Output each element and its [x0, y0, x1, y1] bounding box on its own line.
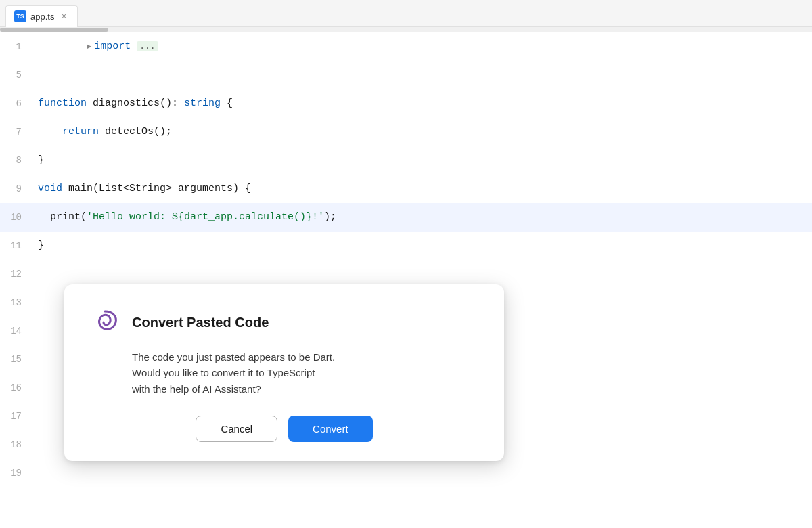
- code-line-1: 1 ▶import ...: [0, 32, 812, 61]
- code-line-11: 11 }: [0, 232, 812, 260]
- line-number: 14: [0, 317, 32, 345]
- cancel-button[interactable]: Cancel: [196, 416, 277, 442]
- tab-app-ts[interactable]: TS app.ts ×: [5, 5, 78, 27]
- code-text: {: [221, 97, 233, 109]
- line-number: 16: [0, 374, 32, 402]
- code-text: print(: [50, 211, 87, 223]
- line-content: function diagnostics(): string {: [32, 89, 812, 118]
- type-keyword: string: [184, 97, 221, 109]
- line-number: 17: [0, 402, 32, 431]
- line-number: 11: [0, 232, 32, 260]
- line-number: 6: [0, 89, 32, 118]
- ts-file-icon: TS: [14, 10, 26, 22]
- line-number: 18: [0, 431, 32, 459]
- code-line-8: 8 }: [0, 146, 812, 175]
- convert-dialog: Convert Pasted Code The code you just pa…: [64, 284, 504, 461]
- line-number: 1: [0, 32, 32, 61]
- dialog-title: Convert Pasted Code: [132, 315, 269, 330]
- code-line-7: 7 return detectOs();: [0, 118, 812, 146]
- tab-filename: app.ts: [30, 12, 54, 22]
- keyword: void: [38, 183, 68, 194]
- dialog-header: Convert Pasted Code: [89, 306, 480, 338]
- line-number: 19: [0, 459, 32, 487]
- line-number: 8: [0, 146, 32, 175]
- code-line-10: 10 print('Hello world: ${dart_app.calcul…: [0, 203, 812, 232]
- line-number: 12: [0, 260, 32, 288]
- line-content: }: [32, 146, 812, 175]
- line-content: return detectOs();: [32, 118, 812, 146]
- keyword: import: [94, 41, 137, 52]
- code-text: diagnostics():: [93, 97, 184, 109]
- scrollbar-thumb[interactable]: [0, 28, 108, 32]
- string-literal: 'Hello world: ${dart_app.calculate()}!': [87, 211, 324, 223]
- line-content: void main(List<String> arguments) {: [32, 175, 812, 203]
- code-text: detectOs();: [105, 126, 172, 137]
- dialog-actions: Cancel Convert: [89, 416, 480, 442]
- code-text: main(List<String> arguments) {: [68, 183, 251, 194]
- editor-area: 1 ▶import ... 5 6 function diagnostics()…: [0, 27, 812, 528]
- ai-assistant-icon: [89, 306, 121, 338]
- line-content: }: [32, 232, 812, 260]
- code-line-19: 19: [0, 459, 812, 487]
- tab-close-button[interactable]: ×: [58, 11, 69, 22]
- keyword: return: [62, 126, 105, 137]
- code-text: );: [324, 211, 336, 223]
- line-number: 7: [0, 118, 32, 146]
- line-number: 13: [0, 288, 32, 317]
- line-number: 15: [0, 345, 32, 374]
- code-line-6: 6 function diagnostics(): string {: [0, 89, 812, 118]
- code-line-9: 9 void main(List<String> arguments) {: [0, 175, 812, 203]
- convert-button[interactable]: Convert: [288, 416, 373, 442]
- line-content: ▶import ...: [32, 32, 812, 89]
- fold-arrow-icon[interactable]: ▶: [87, 42, 91, 51]
- line-number: 10: [0, 203, 32, 232]
- line-content: print('Hello world: ${dart_app.calculate…: [32, 203, 812, 232]
- horizontal-scrollbar[interactable]: [0, 27, 812, 32]
- keyword: function: [38, 97, 93, 109]
- tab-bar: TS app.ts ×: [0, 0, 812, 27]
- folded-import: ...: [137, 41, 158, 51]
- dialog-body: The code you just pasted appears to be D…: [132, 349, 480, 397]
- line-number: 5: [0, 61, 32, 89]
- line-number: 9: [0, 175, 32, 203]
